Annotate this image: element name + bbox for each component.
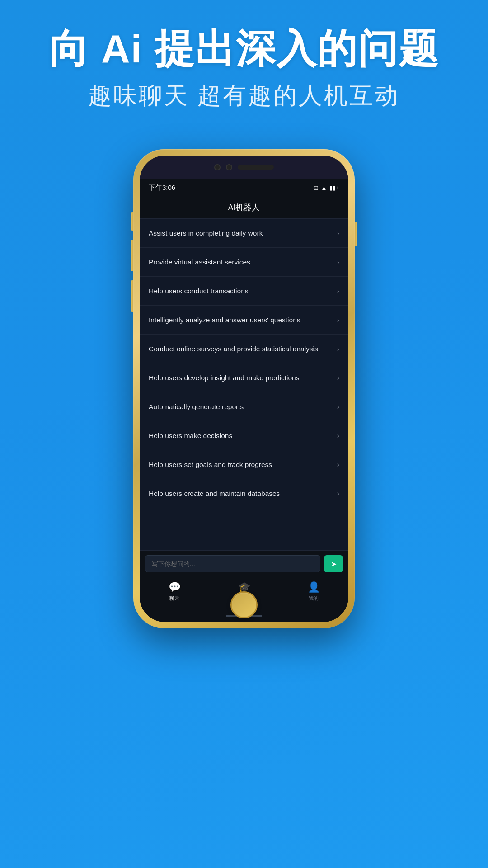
list-item[interactable]: Provide virtual assistant services ›	[140, 248, 348, 277]
nav-label-profile: 我的	[309, 595, 319, 602]
chevron-right-icon: ›	[337, 432, 339, 440]
sensor-dot	[226, 164, 232, 170]
chevron-right-icon: ›	[337, 403, 339, 411]
chevron-right-icon: ›	[337, 316, 339, 324]
list-item-text: Assist users in completing daily work	[149, 228, 337, 238]
list-item-text: Automatically generate reports	[149, 402, 337, 412]
home-button[interactable]	[230, 591, 258, 618]
volume-down-button	[131, 280, 133, 312]
chevron-right-icon: ›	[337, 287, 339, 295]
chevron-right-icon: ›	[337, 345, 339, 353]
header-subtitle: 趣味聊天 超有趣的人机互动	[0, 80, 488, 112]
list-item[interactable]: Automatically generate reports ›	[140, 392, 348, 421]
list-item[interactable]: Assist users in completing daily work ›	[140, 219, 348, 248]
list-item[interactable]: Intelligently analyze and answer users' …	[140, 306, 348, 335]
status-bar: 下午3:06 ⊡ ▲ ▮▮+	[140, 179, 348, 196]
chevron-right-icon: ›	[337, 461, 339, 469]
list-item-text: Intelligently analyze and answer users' …	[149, 315, 337, 325]
list-item[interactable]: Help users create and maintain databases…	[140, 479, 348, 508]
menu-list: Assist users in completing daily work › …	[140, 219, 348, 550]
list-item[interactable]: Help users make decisions ›	[140, 421, 348, 450]
list-item[interactable]: Conduct online surveys and provide stati…	[140, 335, 348, 363]
chevron-right-icon: ›	[337, 229, 339, 237]
phone-outer-shell: 下午3:06 ⊡ ▲ ▮▮+ AI机器人 Assist users in com…	[133, 149, 355, 628]
volume-up-button	[131, 240, 133, 271]
phone-top-notch	[140, 156, 348, 179]
list-item[interactable]: Help users develop insight and make pred…	[140, 363, 348, 392]
list-item-text: Help users set goals and track progress	[149, 460, 337, 470]
phone-mockup: 下午3:06 ⊡ ▲ ▮▮+ AI机器人 Assist users in com…	[133, 149, 355, 628]
earpiece-speaker	[238, 165, 274, 170]
chat-input[interactable]	[145, 555, 320, 572]
list-item-text: Help users create and maintain databases	[149, 489, 337, 499]
front-camera	[214, 164, 221, 170]
status-icons: ⊡ ▲ ▮▮+	[314, 184, 339, 191]
app-title-bar: AI机器人	[140, 196, 348, 219]
nav-icon-chat: 💬	[169, 581, 181, 593]
nav-item-profile[interactable]: 👤 我的	[279, 581, 348, 602]
battery-icon: ▮▮+	[329, 184, 339, 191]
chevron-right-icon: ›	[337, 258, 339, 266]
wifi-icon: ▲	[321, 184, 327, 191]
list-item-text: Help users conduct transactions	[149, 286, 337, 296]
status-time: 下午3:06	[149, 184, 175, 192]
list-item-text: Help users make decisions	[149, 431, 337, 441]
phone-screen: 下午3:06 ⊡ ▲ ▮▮+ AI机器人 Assist users in com…	[140, 156, 348, 622]
list-item-text: Conduct online surveys and provide stati…	[149, 344, 337, 354]
list-item-text: Help users develop insight and make pred…	[149, 373, 337, 383]
mute-button	[131, 212, 133, 231]
header-title: 向 Ai 提出深入的问题	[0, 27, 488, 71]
chevron-right-icon: ›	[337, 374, 339, 382]
nav-item-chat[interactable]: 💬 聊天	[140, 581, 209, 602]
app-title: AI机器人	[228, 202, 260, 213]
list-item[interactable]: Help users set goals and track progress …	[140, 450, 348, 479]
list-item-text: Provide virtual assistant services	[149, 257, 337, 267]
list-item[interactable]: Help users conduct transactions ›	[140, 277, 348, 306]
signal-icon: ⊡	[314, 184, 319, 191]
nav-icon-profile: 👤	[308, 581, 320, 593]
nav-label-chat: 聊天	[169, 595, 179, 602]
input-area: ➤	[140, 550, 348, 577]
send-button[interactable]: ➤	[324, 555, 343, 572]
chevron-right-icon: ›	[337, 490, 339, 498]
header-section: 向 Ai 提出深入的问题 趣味聊天 超有趣的人机互动	[0, 27, 488, 112]
send-icon: ➤	[331, 560, 337, 568]
power-button	[355, 222, 357, 246]
